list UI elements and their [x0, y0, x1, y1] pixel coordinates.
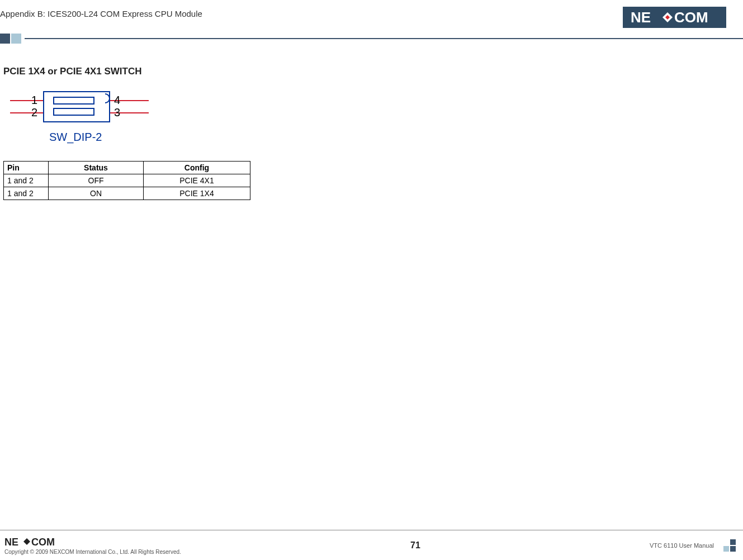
- table-header-row: Pin Status Config: [4, 162, 250, 174]
- nexcom-logo: NE COM: [623, 7, 726, 28]
- dip-switch-diagram: 1 2 4 3 SW_DIP-2: [10, 87, 149, 151]
- footer-logo-left: NE: [4, 537, 18, 548]
- svg-rect-9: [54, 108, 94, 115]
- diagram-caption: SW_DIP-2: [49, 131, 102, 144]
- cell-config: PCIE 1X4: [144, 187, 250, 200]
- header-title: Appendix B: ICES200-L24 COM Express CPU …: [0, 7, 202, 18]
- logo-left-text: NE: [631, 9, 651, 26]
- decor-squares-footer: [723, 539, 736, 552]
- table-row: 1 and 2 ON PCIE 1X4: [4, 187, 250, 200]
- pin-label-4: 4: [114, 94, 120, 106]
- section-title: PCIE 1X4 or PCIE 4X1 SWITCH: [3, 66, 743, 77]
- col-pin: Pin: [4, 162, 49, 174]
- page-content: PCIE 1X4 or PCIE 4X1 SWITCH 1 2 4 3 SW_D…: [0, 44, 743, 200]
- footer-logo-right: COM: [31, 537, 55, 548]
- svg-rect-7: [44, 92, 110, 122]
- page-footer: NE COM Copyright © 2009 NEXCOM Internati…: [0, 530, 743, 560]
- pin-label-3: 3: [114, 106, 120, 118]
- col-status: Status: [49, 162, 144, 174]
- col-config: Config: [144, 162, 250, 174]
- cell-pin: 1 and 2: [4, 174, 49, 187]
- nexcom-logo-footer: NE COM: [4, 537, 66, 548]
- pin-label-1: 1: [31, 94, 37, 106]
- svg-rect-8: [54, 97, 94, 104]
- logo-right-text: COM: [674, 9, 708, 26]
- pin-label-2: 2: [31, 106, 37, 118]
- cell-status: ON: [49, 187, 144, 200]
- page-number: 71: [410, 540, 420, 550]
- copyright-text: Copyright © 2009 NEXCOM International Co…: [4, 549, 181, 555]
- decor-square-light: [11, 34, 21, 44]
- table-row: 1 and 2 OFF PCIE 4X1: [4, 174, 250, 187]
- header-divider: [0, 34, 743, 44]
- cell-pin: 1 and 2: [4, 187, 49, 200]
- divider-line: [25, 38, 743, 39]
- cell-config: PCIE 4X1: [144, 174, 250, 187]
- svg-marker-10: [23, 538, 30, 545]
- page-header: Appendix B: ICES200-L24 COM Express CPU …: [0, 0, 743, 28]
- manual-name: VTC 6110 User Manual: [650, 542, 714, 549]
- cell-status: OFF: [49, 174, 144, 187]
- config-table: Pin Status Config 1 and 2 OFF PCIE 4X1 1…: [3, 161, 250, 200]
- decor-square-dark: [0, 34, 10, 44]
